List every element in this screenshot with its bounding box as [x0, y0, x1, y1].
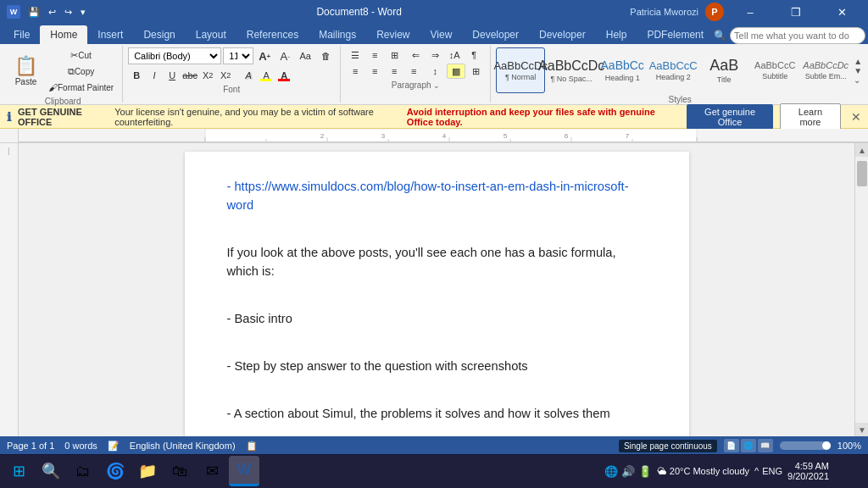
italic-button[interactable]: I: [146, 68, 163, 83]
shading-button[interactable]: ▩: [447, 64, 465, 79]
change-case-button[interactable]: Aa: [296, 48, 314, 64]
clock[interactable]: 4:59 AM 9/20/2021: [787, 461, 829, 481]
align-left-button[interactable]: ≡: [346, 64, 364, 79]
grow-font-button[interactable]: A+: [255, 48, 274, 64]
tab-review[interactable]: Review: [366, 25, 420, 44]
document-area[interactable]: - https://www.simuldocs.com/blog/how-to-…: [19, 143, 854, 436]
increase-indent-button[interactable]: ⇒: [426, 47, 444, 63]
text-effects-button[interactable]: A: [240, 68, 257, 83]
format-painter-button[interactable]: 🖌 Format Painter: [45, 80, 117, 95]
strikethrough-button[interactable]: abc: [181, 68, 198, 83]
left-sidebar: |: [0, 143, 19, 436]
print-layout-button[interactable]: 📄: [724, 439, 739, 452]
underline-button[interactable]: U: [164, 68, 181, 83]
zoom-slider[interactable]: [780, 441, 831, 450]
styles-scroll-up[interactable]: ▲: [854, 57, 862, 66]
font-name-selector[interactable]: Calibri (Body): [128, 47, 221, 64]
highlight-color-button[interactable]: A: [258, 68, 275, 83]
scroll-track[interactable]: [855, 157, 868, 423]
network-icon[interactable]: 🌐: [604, 465, 618, 478]
tab-view[interactable]: View: [420, 25, 463, 44]
volume-icon[interactable]: 🔊: [621, 465, 635, 478]
read-mode-button[interactable]: 📖: [758, 439, 773, 452]
taskbar-explorer[interactable]: 📁: [132, 456, 163, 486]
redo-button[interactable]: ↪: [62, 5, 75, 19]
sort-button[interactable]: ↕A: [445, 47, 464, 63]
cut-button[interactable]: ✂ Cut: [45, 47, 117, 63]
user-avatar[interactable]: P: [705, 3, 724, 21]
superscript-button[interactable]: X2: [217, 68, 234, 83]
scroll-thumb[interactable]: [857, 161, 867, 186]
copy-button[interactable]: ⧉ Copy: [45, 64, 117, 79]
tab-layout[interactable]: Layout: [186, 25, 236, 44]
line-spacing-button[interactable]: ↕: [426, 64, 444, 79]
tab-references[interactable]: References: [236, 25, 309, 44]
close-button[interactable]: ✕: [822, 0, 861, 24]
info-close-button[interactable]: ✕: [851, 110, 861, 124]
start-button[interactable]: ⊞: [3, 456, 34, 486]
justify-button[interactable]: ≡: [404, 64, 423, 79]
undo-button[interactable]: ↩: [46, 5, 58, 19]
style-heading2[interactable]: AaBbCcC Heading 2: [648, 47, 698, 93]
doc-line-4: - Basic intro: [227, 309, 647, 328]
document-page[interactable]: - https://www.simuldocs.com/blog/how-to-…: [185, 152, 689, 436]
style-subtle-em[interactable]: AaBbCcDc Subtle Em...: [801, 47, 850, 93]
tab-pdfelement[interactable]: PDFelement: [637, 25, 714, 44]
zoom-thumb[interactable]: [822, 441, 831, 450]
font-color-button[interactable]: A: [275, 68, 292, 83]
multilevel-list-button[interactable]: ⊞: [385, 47, 403, 63]
style-no-spacing[interactable]: AaBbCcDc ¶ No Spac...: [547, 47, 596, 93]
taskbar-store[interactable]: 🛍: [164, 456, 195, 486]
font-format-row: B I U abc X2 X2 A A A: [128, 68, 335, 83]
customize-quick-access[interactable]: ▾: [78, 5, 88, 19]
scroll-down-button[interactable]: ▼: [855, 423, 868, 436]
svg-text:5: 5: [504, 132, 508, 140]
bullet-list-button[interactable]: ☰: [346, 47, 364, 63]
autosave-toggle[interactable]: 💾: [25, 5, 42, 19]
bold-button[interactable]: B: [128, 68, 145, 83]
taskbar-word[interactable]: W: [229, 456, 259, 486]
paste-button[interactable]: 📋 Paste: [8, 47, 43, 93]
style-heading1[interactable]: AaBbCc Heading 1: [598, 47, 647, 93]
battery-icon[interactable]: 🔋: [638, 465, 652, 478]
tab-help[interactable]: Help: [596, 25, 637, 44]
learn-more-button[interactable]: Learn more: [780, 103, 841, 130]
align-right-button[interactable]: ≡: [385, 64, 403, 79]
decrease-indent-button[interactable]: ⇐: [406, 47, 425, 63]
taskbar-mail[interactable]: ✉: [197, 456, 227, 486]
style-subtitle[interactable]: AaBbCcC Subtitle: [750, 47, 799, 93]
tab-insert[interactable]: Insert: [87, 25, 133, 44]
font-size-selector[interactable]: 11: [223, 47, 253, 64]
weather-widget[interactable]: 🌥 20°C Mostly cloudy: [657, 466, 749, 476]
help-search-input[interactable]: [730, 27, 865, 44]
numbered-list-button[interactable]: ≡: [365, 47, 384, 63]
taskbar-search[interactable]: 🔍: [36, 456, 66, 486]
get-genuine-button[interactable]: Get genuine Office: [687, 104, 773, 130]
align-center-button[interactable]: ≡: [365, 64, 384, 79]
border-button[interactable]: ⊞: [466, 64, 485, 79]
subscript-button[interactable]: X2: [199, 68, 216, 83]
doc-link-0[interactable]: - https://www.simuldocs.com/blog/how-to-…: [227, 180, 629, 212]
style-title[interactable]: AaB Title: [699, 47, 748, 93]
vertical-ruler-toggle[interactable]: |: [0, 147, 18, 155]
tab-design[interactable]: Design: [133, 25, 185, 44]
paragraph-dialog-launcher[interactable]: ⌄: [433, 81, 440, 90]
minimize-button[interactable]: –: [731, 0, 770, 24]
tab-home[interactable]: Home: [40, 25, 87, 44]
shrink-font-button[interactable]: A-: [275, 48, 294, 64]
web-layout-button[interactable]: 🌐: [741, 439, 756, 452]
tab-developer1[interactable]: Developer: [462, 25, 529, 44]
scroll-up-button[interactable]: ▲: [855, 143, 868, 157]
restore-button[interactable]: ❒: [776, 0, 815, 24]
styles-scroll-down[interactable]: ▼: [854, 66, 862, 75]
show-marks-button[interactable]: ¶: [465, 47, 483, 63]
show-desktop-button[interactable]: [834, 456, 865, 486]
style-h1-preview: AaBbCc: [601, 58, 644, 73]
tab-file[interactable]: File: [3, 25, 40, 44]
taskbar-taskview[interactable]: 🗂: [68, 456, 98, 486]
clear-format-button[interactable]: 🗑: [316, 48, 335, 64]
tab-mailings[interactable]: Mailings: [309, 25, 366, 44]
tab-developer2[interactable]: Developer: [529, 25, 596, 44]
styles-expand[interactable]: ⌄: [854, 75, 862, 85]
taskbar-edge[interactable]: 🌀: [100, 456, 131, 486]
